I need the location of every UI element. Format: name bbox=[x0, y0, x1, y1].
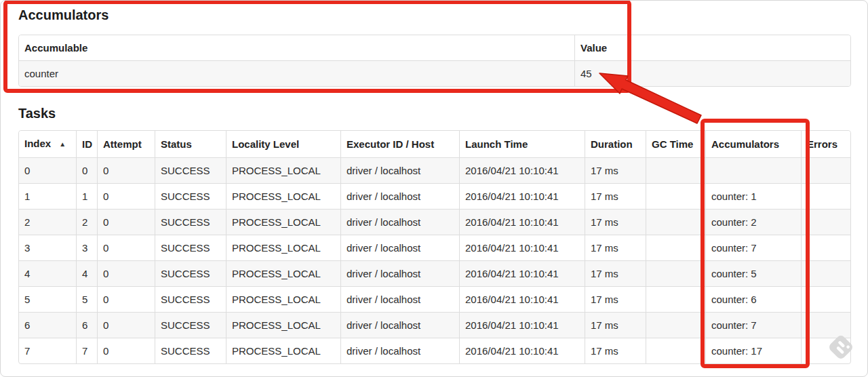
task-attempt-cell: 0 bbox=[98, 287, 155, 313]
status-column-header[interactable]: Status bbox=[155, 131, 226, 158]
accumulators-table: Accumulable Value counter45 bbox=[18, 35, 851, 87]
task-status-cell: SUCCESS bbox=[155, 184, 226, 210]
task-id-cell: 7 bbox=[77, 338, 98, 363]
task-accumulators-cell: counter: 17 bbox=[706, 338, 802, 363]
task-locality-level-cell: PROCESS_LOCAL bbox=[226, 184, 341, 210]
task-gc-time-cell bbox=[646, 158, 706, 184]
task-errors-cell bbox=[802, 184, 850, 210]
launch-time-column-header[interactable]: Launch Time bbox=[460, 131, 585, 158]
task-row: 770SUCCESSPROCESS_LOCALdriver / localhos… bbox=[19, 338, 850, 363]
task-executor-id-host-cell: driver / localhost bbox=[341, 184, 460, 210]
task-status-cell: SUCCESS bbox=[155, 158, 226, 184]
duration-column-header[interactable]: Duration bbox=[585, 131, 646, 158]
index-column-label: Index bbox=[24, 138, 51, 149]
executor-id-host-column-header[interactable]: Executor ID / Host bbox=[341, 131, 460, 158]
task-errors-cell bbox=[802, 158, 850, 184]
task-accumulators-cell bbox=[706, 158, 802, 184]
task-attempt-cell: 0 bbox=[98, 261, 155, 287]
task-attempt-cell: 0 bbox=[98, 210, 155, 235]
task-id-cell: 3 bbox=[77, 235, 98, 261]
task-index-cell: 6 bbox=[19, 313, 77, 338]
spark-ui-page: Accumulators Accumulable Value counter45… bbox=[0, 0, 868, 377]
task-locality-level-cell: PROCESS_LOCAL bbox=[226, 313, 341, 338]
accumulators-table-body: counter45 bbox=[19, 61, 850, 86]
task-accumulators-cell: counter: 2 bbox=[706, 210, 802, 235]
task-accumulators-cell: counter: 1 bbox=[706, 184, 802, 210]
accumulator-value-cell: 45 bbox=[575, 61, 850, 86]
errors-column-header[interactable]: Errors bbox=[802, 131, 850, 158]
task-attempt-cell: 0 bbox=[98, 313, 155, 338]
task-duration-cell: 17 ms bbox=[585, 313, 646, 338]
task-accumulators-cell: counter: 6 bbox=[706, 287, 802, 313]
locality-level-column-header[interactable]: Locality Level bbox=[226, 131, 341, 158]
task-status-cell: SUCCESS bbox=[155, 235, 226, 261]
task-status-cell: SUCCESS bbox=[155, 261, 226, 287]
task-locality-level-cell: PROCESS_LOCAL bbox=[226, 235, 341, 261]
task-id-cell: 0 bbox=[77, 158, 98, 184]
task-id-cell: 2 bbox=[77, 210, 98, 235]
tasks-table: Index▲ ID Attempt Status Locality Level … bbox=[18, 130, 851, 364]
task-index-cell: 3 bbox=[19, 235, 77, 261]
value-column-header[interactable]: Value bbox=[575, 35, 850, 61]
task-accumulators-cell: counter: 7 bbox=[706, 313, 802, 338]
task-launch-time-cell: 2016/04/21 10:10:41 bbox=[460, 235, 585, 261]
task-duration-cell: 17 ms bbox=[585, 184, 646, 210]
index-column-header[interactable]: Index▲ bbox=[19, 131, 77, 158]
task-index-cell: 7 bbox=[19, 338, 77, 363]
task-errors-cell bbox=[802, 313, 850, 338]
gc-time-column-header[interactable]: GC Time bbox=[646, 131, 706, 158]
tasks-section-title: Tasks bbox=[18, 104, 850, 122]
task-launch-time-cell: 2016/04/21 10:10:41 bbox=[460, 184, 585, 210]
task-errors-cell bbox=[802, 338, 850, 363]
task-launch-time-cell: 2016/04/21 10:10:41 bbox=[460, 313, 585, 338]
task-index-cell: 5 bbox=[19, 287, 77, 313]
task-gc-time-cell bbox=[646, 287, 706, 313]
sort-ascending-icon: ▲ bbox=[59, 140, 66, 148]
accumulators-section-title: Accumulators bbox=[18, 6, 850, 24]
task-gc-time-cell bbox=[646, 313, 706, 338]
attempt-column-header[interactable]: Attempt bbox=[98, 131, 155, 158]
task-row: 330SUCCESSPROCESS_LOCALdriver / localhos… bbox=[19, 235, 850, 261]
accumulator-row: counter45 bbox=[19, 61, 850, 86]
tasks-table-header-row: Index▲ ID Attempt Status Locality Level … bbox=[19, 131, 850, 158]
task-locality-level-cell: PROCESS_LOCAL bbox=[226, 210, 341, 235]
task-locality-level-cell: PROCESS_LOCAL bbox=[226, 287, 341, 313]
task-locality-level-cell: PROCESS_LOCAL bbox=[226, 261, 341, 287]
accumulator-accumulable-cell: counter bbox=[19, 61, 575, 86]
accumulable-column-header[interactable]: Accumulable bbox=[19, 35, 575, 61]
task-index-cell: 0 bbox=[19, 158, 77, 184]
task-launch-time-cell: 2016/04/21 10:10:41 bbox=[460, 210, 585, 235]
tasks-table-body: 000SUCCESSPROCESS_LOCALdriver / localhos… bbox=[19, 158, 850, 363]
task-errors-cell bbox=[802, 287, 850, 313]
accumulators-column-header[interactable]: Accumulators bbox=[706, 131, 802, 158]
task-id-cell: 6 bbox=[77, 313, 98, 338]
task-executor-id-host-cell: driver / localhost bbox=[341, 313, 460, 338]
task-launch-time-cell: 2016/04/21 10:10:41 bbox=[460, 338, 585, 363]
task-row: 000SUCCESSPROCESS_LOCALdriver / localhos… bbox=[19, 158, 850, 184]
task-status-cell: SUCCESS bbox=[155, 313, 226, 338]
task-launch-time-cell: 2016/04/21 10:10:41 bbox=[460, 261, 585, 287]
task-errors-cell bbox=[802, 235, 850, 261]
task-row: 440SUCCESSPROCESS_LOCALdriver / localhos… bbox=[19, 261, 850, 287]
task-attempt-cell: 0 bbox=[98, 235, 155, 261]
task-row: 220SUCCESSPROCESS_LOCALdriver / localhos… bbox=[19, 210, 850, 235]
task-index-cell: 4 bbox=[19, 261, 77, 287]
task-index-cell: 1 bbox=[19, 184, 77, 210]
task-duration-cell: 17 ms bbox=[585, 261, 646, 287]
task-launch-time-cell: 2016/04/21 10:10:41 bbox=[460, 158, 585, 184]
task-row: 110SUCCESSPROCESS_LOCALdriver / localhos… bbox=[19, 184, 850, 210]
task-attempt-cell: 0 bbox=[98, 184, 155, 210]
task-gc-time-cell bbox=[646, 184, 706, 210]
task-accumulators-cell: counter: 7 bbox=[706, 235, 802, 261]
id-column-header[interactable]: ID bbox=[77, 131, 98, 158]
task-id-cell: 5 bbox=[77, 287, 98, 313]
task-attempt-cell: 0 bbox=[98, 338, 155, 363]
accumulators-table-header-row: Accumulable Value bbox=[19, 35, 850, 61]
task-accumulators-cell: counter: 5 bbox=[706, 261, 802, 287]
task-gc-time-cell bbox=[646, 261, 706, 287]
task-duration-cell: 17 ms bbox=[585, 158, 646, 184]
task-id-cell: 4 bbox=[77, 261, 98, 287]
task-executor-id-host-cell: driver / localhost bbox=[341, 235, 460, 261]
task-gc-time-cell bbox=[646, 235, 706, 261]
task-executor-id-host-cell: driver / localhost bbox=[341, 210, 460, 235]
